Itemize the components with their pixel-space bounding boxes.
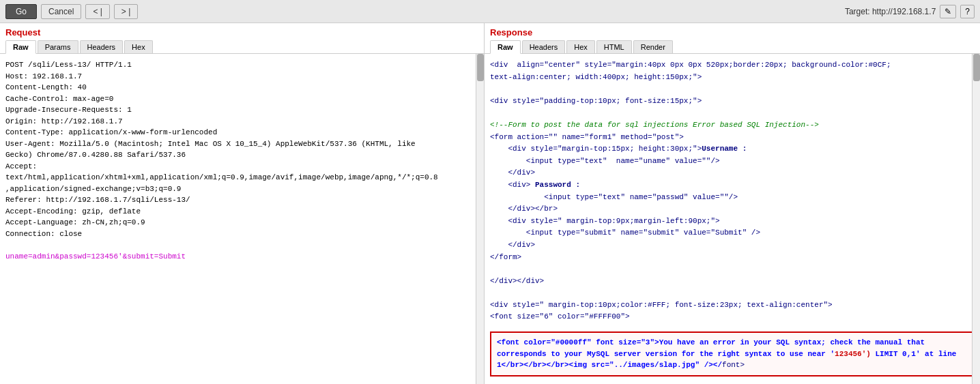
back-button[interactable]: < | [85, 4, 109, 19]
toolbar-right: Target: http://192.168.1.7 ✎ ? [845, 5, 975, 18]
response-title: Response [485, 23, 980, 39]
target-label: Target: http://192.168.1.7 [845, 7, 936, 16]
sql-error-box: <font color="#0000ff" font size="3">You … [490, 331, 975, 376]
response-line-1: <div align="center" style="margin:40px 0… [490, 59, 969, 72]
response-line-13: </div></br> [490, 203, 969, 216]
response-body[interactable]: <div align="center" style="margin:40px 0… [485, 54, 980, 384]
response-line-8: <div style="margin-top:15px; height:30px… [490, 143, 969, 156]
response-line-21: <div style=" margin-top:10px;color:#FFF;… [490, 299, 969, 312]
response-line-3 [490, 83, 969, 95]
cancel-button[interactable]: Cancel [41, 4, 81, 19]
request-scrollbar[interactable] [476, 54, 484, 384]
request-body[interactable]: POST /sqli/Less-13/ HTTP/1.1 Host: 192.1… [0, 54, 484, 384]
sql-error-font-tag: <font color="#0000ff" font size="3"> [497, 338, 659, 346]
toolbar-left: Go Cancel < | > | [5, 4, 138, 19]
tab-response-raw[interactable]: Raw [490, 40, 521, 54]
response-panel: Response Raw Headers Hex HTML Render <di… [485, 23, 980, 384]
response-line-18 [490, 263, 969, 276]
response-line-5 [490, 107, 969, 119]
response-line-12: <input type="text" name="passwd" value="… [490, 192, 969, 204]
sql-error-value: 123456') [835, 350, 871, 358]
sql-error-text: <font color="#0000ff" font size="3">You … [497, 338, 956, 369]
main-content: Request Raw Params Headers Hex POST /sql… [0, 23, 980, 384]
response-line-22: <font size="6" color="#FFFF00"> [490, 311, 969, 323]
response-line-9: <input type="text" name="uname" value=""… [490, 156, 969, 168]
request-scrollbar-thumb[interactable] [477, 54, 484, 81]
go-button[interactable]: Go [5, 4, 37, 19]
response-line-17: </form> [490, 252, 969, 264]
tab-request-raw[interactable]: Raw [5, 40, 36, 54]
response-line-11: <div> Password : [490, 179, 969, 192]
request-text: POST /sqli/Less-13/ HTTP/1.1 Host: 192.1… [0, 57, 484, 265]
response-line-2: text-align:center; width:400px; height:1… [490, 72, 969, 84]
response-line-4: <div style="padding-top:10px; font-size:… [490, 95, 969, 108]
response-scrollbar[interactable] [972, 54, 980, 384]
sql-error-limit: LIMIT 0,1 [871, 350, 916, 358]
response-tab-bar: Raw Headers Hex HTML Render [485, 39, 980, 54]
response-line-20 [490, 287, 969, 299]
response-line-15: <input type="submit" name="submit" value… [490, 227, 969, 239]
forward-button[interactable]: > | [114, 4, 138, 19]
request-title: Request [0, 23, 484, 39]
tab-request-headers[interactable]: Headers [80, 40, 124, 53]
tab-response-html[interactable]: HTML [596, 40, 632, 53]
tab-response-headers[interactable]: Headers [522, 40, 566, 53]
response-line-6: <!--Form to post the data for sql inject… [490, 119, 969, 132]
edit-button[interactable]: ✎ [940, 5, 956, 18]
response-text: <div align="center" style="margin:40px 0… [485, 57, 980, 326]
response-line-7: <form action="" name="form1" method="pos… [490, 132, 969, 144]
help-button[interactable]: ? [960, 5, 975, 18]
request-highlight: uname=admin&passwd=123456'&submit=Submit [5, 252, 186, 261]
request-tab-bar: Raw Params Headers Hex [0, 39, 484, 54]
font-end: font> [722, 361, 745, 369]
response-scrollbar-thumb[interactable] [973, 54, 980, 81]
response-line-16: </div> [490, 239, 969, 252]
tab-response-hex[interactable]: Hex [566, 40, 595, 53]
tab-response-render[interactable]: Render [633, 40, 673, 53]
request-panel: Request Raw Params Headers Hex POST /sql… [0, 23, 485, 384]
tab-request-params[interactable]: Params [38, 40, 78, 53]
tab-request-hex[interactable]: Hex [124, 40, 153, 53]
response-line-14: <div style=" margin-top:9px;margin-left:… [490, 216, 969, 228]
toolbar: Go Cancel < | > | Target: http://192.168… [0, 0, 980, 23]
response-line-10: </div> [490, 167, 969, 179]
response-line-19: </div></div> [490, 276, 969, 288]
